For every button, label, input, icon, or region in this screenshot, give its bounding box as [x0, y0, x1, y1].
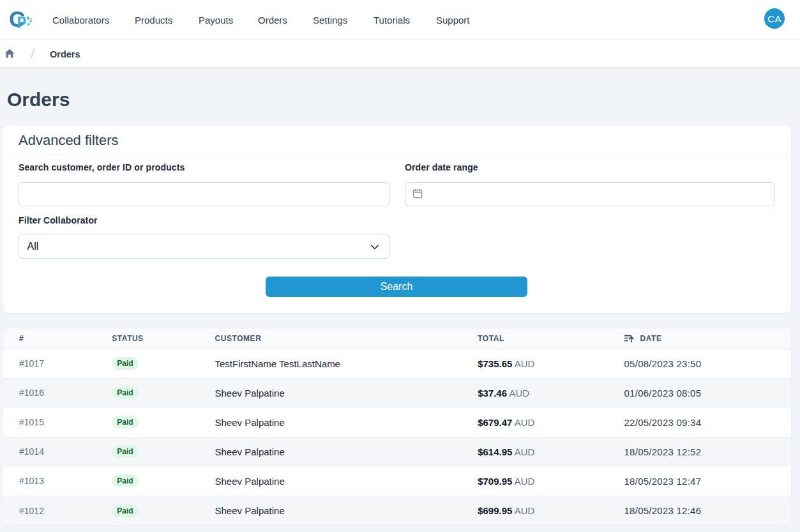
svg-text:p: p	[17, 11, 27, 28]
